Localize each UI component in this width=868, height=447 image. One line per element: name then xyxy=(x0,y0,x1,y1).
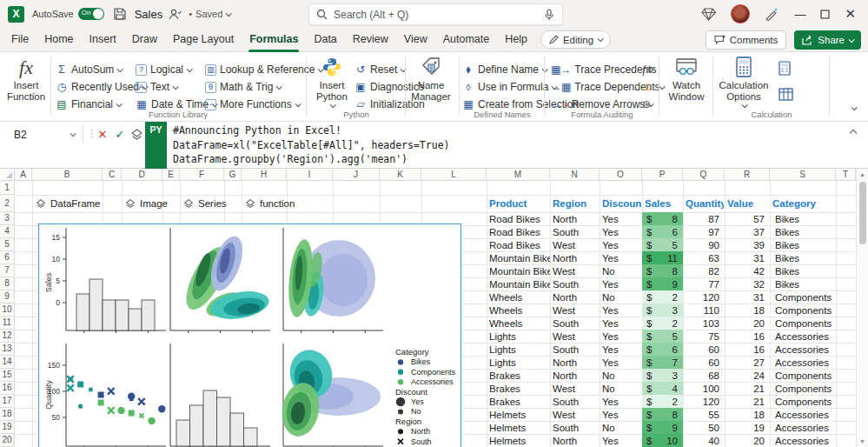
table-cell[interactable]: Accessories xyxy=(770,434,836,447)
name-box[interactable]: B2 xyxy=(7,125,83,143)
table-cell[interactable]: Bikes xyxy=(770,225,836,238)
table-cell[interactable]: 75 xyxy=(683,330,725,343)
table-cell[interactable]: Yes xyxy=(600,330,642,343)
table-cell[interactable]: 60 xyxy=(683,343,725,356)
scrollbar-thumb[interactable] xyxy=(859,182,866,244)
row-header-5[interactable]: 5 xyxy=(0,238,15,251)
table-cell[interactable]: Yes xyxy=(600,277,642,290)
save-icon[interactable] xyxy=(113,7,127,21)
autosum-button[interactable]: ΣAutoSum xyxy=(56,61,122,78)
row-header-14[interactable]: 14 xyxy=(0,356,15,369)
collapse-ribbon-chevron[interactable] xyxy=(851,104,858,110)
table-cell[interactable]: Road Bikes xyxy=(487,212,550,225)
sales-cell[interactable]: $2 xyxy=(642,290,683,304)
table-cell[interactable]: Components xyxy=(770,290,836,304)
share-button[interactable]: Share xyxy=(794,30,861,50)
table-cell[interactable]: 31 xyxy=(725,251,770,264)
table-cell[interactable]: 120 xyxy=(683,290,725,304)
column-header-J[interactable]: J xyxy=(333,169,380,181)
table-cell[interactable]: Yes xyxy=(600,343,642,356)
table-cell[interactable]: Yes xyxy=(600,251,642,264)
recently-used-button[interactable]: ◷Recently Used xyxy=(56,78,147,96)
table-cell[interactable]: 24 xyxy=(725,369,770,382)
table-cell[interactable]: 120 xyxy=(683,395,725,408)
sales-cell[interactable]: $5 xyxy=(642,238,683,251)
calculation-options-button[interactable]: Calculation Options xyxy=(716,56,772,108)
row-header-20[interactable]: 20 xyxy=(0,434,15,447)
table-cell[interactable]: Wheels xyxy=(487,304,550,317)
python-object-chip-function[interactable]: function xyxy=(245,195,295,212)
table-cell[interactable]: 42 xyxy=(725,264,770,277)
diagnostics-button[interactable]: ▣Diagnostics xyxy=(354,78,424,96)
table-cell[interactable]: Yes xyxy=(600,434,642,447)
row-header-8[interactable]: 8 xyxy=(0,277,15,290)
row-header-11[interactable]: 11 xyxy=(0,317,15,330)
table-cell[interactable]: Road Bikes xyxy=(487,238,550,251)
table-cell[interactable]: Components xyxy=(770,369,836,382)
column-header-Q[interactable]: Q xyxy=(683,169,725,181)
error-checking-button[interactable]: ⚠ xyxy=(640,78,664,96)
avatar[interactable] xyxy=(731,4,750,23)
row-header-12[interactable]: 12 xyxy=(0,330,15,343)
table-cell[interactable]: Helmets xyxy=(487,408,550,421)
scroll-up-arrow[interactable]: ▲ xyxy=(859,171,865,177)
sales-cell[interactable]: $3 xyxy=(642,369,683,382)
table-header-quantity[interactable]: Quantity xyxy=(686,195,724,212)
row-header-15[interactable]: 15 xyxy=(0,369,15,382)
sales-cell[interactable]: $11 xyxy=(642,251,683,264)
maximize-button[interactable] xyxy=(820,10,830,19)
row-header-16[interactable]: 16 xyxy=(0,382,15,395)
table-cell[interactable]: 82 xyxy=(683,264,725,277)
more-functions-button[interactable]: ⋯More Functions xyxy=(205,96,300,113)
table-cell[interactable]: Bikes xyxy=(770,264,836,277)
sales-cell[interactable]: $3 xyxy=(642,304,683,317)
table-cell[interactable]: Bikes xyxy=(770,212,836,225)
define-name-button[interactable]: ⬧Define Name xyxy=(462,61,547,78)
sales-cell[interactable]: $8 xyxy=(642,408,683,421)
autosave-toggle[interactable]: On xyxy=(78,8,104,20)
math-trig-button[interactable]: θMath & Trig xyxy=(205,78,281,96)
editing-mode-button[interactable]: Editing xyxy=(540,30,611,49)
table-cell[interactable]: West xyxy=(550,264,600,277)
table-cell[interactable]: Lights xyxy=(487,330,550,343)
table-header-sales[interactable]: Sales xyxy=(645,195,682,212)
table-cell[interactable]: Wheels xyxy=(487,290,550,304)
insert-function-button[interactable]: fx Insert Function xyxy=(2,56,50,108)
table-header-region[interactable]: Region xyxy=(553,195,599,212)
excel-logo-icon[interactable]: X xyxy=(8,6,24,23)
table-cell[interactable]: Lights xyxy=(487,343,550,356)
table-cell[interactable]: Brakes xyxy=(487,382,550,395)
column-header-N[interactable]: N xyxy=(550,169,600,181)
row-header-2[interactable]: 2 xyxy=(0,195,15,212)
table-cell[interactable]: No xyxy=(600,290,642,304)
table-header-value[interactable]: Value xyxy=(727,195,769,212)
tab-home[interactable]: Home xyxy=(36,28,81,52)
table-cell[interactable]: No xyxy=(600,264,642,277)
table-cell[interactable]: Components xyxy=(770,317,836,330)
row-header-19[interactable]: 19 xyxy=(0,421,15,434)
table-cell[interactable]: 55 xyxy=(683,408,725,421)
table-cell[interactable]: 77 xyxy=(683,277,725,290)
reset-button[interactable]: ↺Reset xyxy=(354,61,405,78)
tab-draw[interactable]: Draw xyxy=(124,28,165,52)
column-header-I[interactable]: I xyxy=(287,169,333,181)
logical-button[interactable]: ?Logical xyxy=(136,61,191,78)
column-header-G[interactable]: G xyxy=(224,169,242,181)
table-cell[interactable]: Yes xyxy=(600,408,642,421)
sales-cell[interactable]: $4 xyxy=(642,382,683,395)
sales-cell[interactable]: $2 xyxy=(642,395,683,408)
table-cell[interactable]: 20 xyxy=(725,434,770,447)
table-cell[interactable]: North xyxy=(550,369,600,382)
calculate-sheet-button[interactable] xyxy=(779,85,793,103)
table-cell[interactable]: Accessories xyxy=(770,421,836,434)
table-cell[interactable]: West xyxy=(550,330,600,343)
table-cell[interactable]: No xyxy=(600,421,642,434)
table-cell[interactable]: 32 xyxy=(725,277,770,290)
table-cell[interactable]: Road Bikes xyxy=(487,225,550,238)
column-header-P[interactable]: P xyxy=(642,169,683,181)
table-cell[interactable]: 57 xyxy=(725,212,770,225)
table-cell[interactable]: 19 xyxy=(725,421,770,434)
table-cell[interactable]: Accessories xyxy=(770,330,836,343)
table-cell[interactable]: Mountain Bikes xyxy=(487,264,550,277)
table-cell[interactable]: Yes xyxy=(600,317,642,330)
